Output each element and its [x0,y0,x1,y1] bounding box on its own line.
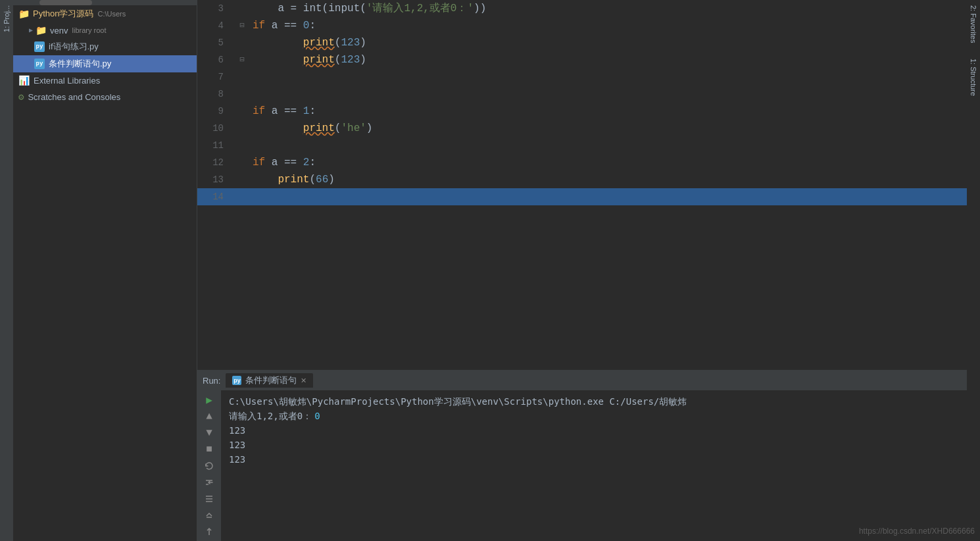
run-up-btn[interactable]: ▲ [200,409,218,423]
output-result-3: 123 [229,452,959,467]
line-num-10: 10 [197,120,237,137]
watermark: https://blog.csdn.net/XHD666666 [859,527,975,536]
code-line-6[interactable]: 6⊟ print(123) [197,51,967,68]
run-down-btn[interactable]: ▼ [200,426,218,440]
ext-lib-label: External Libraries [34,76,100,86]
sidebar-item-ext-lib[interactable]: 📊 External Libraries [13,72,197,89]
code-line-7[interactable]: 7 [197,68,967,86]
line-num-8: 8 [197,86,237,103]
run-scroll-top-btn[interactable] [200,508,218,522]
code-line-4[interactable]: 4⊟if a == 0: [197,17,967,34]
scratches-label: Scratches and Consoles [28,92,120,102]
code-line-9[interactable]: 9if a == 1: [197,103,967,120]
cond-file-label: 条件判断语句.py [49,58,111,70]
sidebar-item-if-file[interactable]: py if语句练习.py [13,38,197,55]
run-stop-btn[interactable]: ■ [200,442,218,456]
run-panel: Run: py 条件判断语句 ✕ ▶ ▲ ▼ ■ [197,370,967,541]
if-file-label: if语句练习.py [49,41,99,53]
arrow-right-icon: ▶ [29,26,33,34]
run-content: ▶ ▲ ▼ ■ [197,390,967,541]
code-line-3[interactable]: 3 a = int(input('请输入1,2,或者0：')) [197,0,967,17]
scratch-icon: ⚙ [18,91,24,103]
code-lines: 3 a = int(input('请输入1,2,或者0：'))4⊟if a ==… [197,0,967,370]
line-num-3: 3 [197,0,237,17]
output-cmd-line: C:\Users\胡敏炜\PycharmProjects\Python学习源码\… [229,394,959,409]
run-pin-btn[interactable] [200,525,218,538]
output-prompt-line: 请输入1,2,或者0： 0 [229,409,959,423]
code-editor[interactable]: 3 a = int(input('请输入1,2,或者0：'))4⊟if a ==… [197,0,967,370]
left-side-panel: 1: Proj... [0,0,13,541]
run-output[interactable]: C:\Users\胡敏炜\PycharmProjects\Python学习源码\… [221,390,967,541]
venv-sublabel: library root [72,26,107,34]
code-content-4: if a == 0: [247,17,967,34]
right-side-panel: 2: Favorites 1: Structure [967,0,980,541]
code-line-14[interactable]: 14 [197,188,967,205]
tab-py-icon: py [232,376,241,385]
run-tab-cond[interactable]: py 条件判断语句 ✕ [226,373,313,388]
folder-icon: 📁 [18,9,29,19]
line-num-4: 4 [197,17,237,34]
venv-folder-icon: 📁 [36,25,46,36]
code-content-10: print('he') [247,120,967,137]
run-play-btn[interactable]: ▶ [200,393,218,407]
project-root-path: C:\Users [97,10,126,18]
structure-tab[interactable]: 1: Structure [967,53,980,101]
sidebar-item-project-root[interactable]: 📁 Python学习源码 C:\Users [13,5,197,22]
line-num-9: 9 [197,103,237,120]
run-label: Run: [203,376,220,386]
line-num-14: 14 [197,188,237,205]
run-menu-btn[interactable] [200,492,218,505]
chart-icon: 📊 [18,75,30,86]
sidebar-scrollbar[interactable] [13,0,197,5]
line-num-5: 5 [197,34,237,51]
code-content-12: if a == 2: [247,154,967,171]
line-num-7: 7 [197,68,237,86]
run-toolbar: ▶ ▲ ▼ ■ [197,390,221,541]
code-line-5[interactable]: 5 print(123) [197,34,967,51]
fold-gutter-6: ⊟ [237,51,247,68]
output-user-input: 0 [314,409,320,423]
run-rerun-btn[interactable] [200,459,218,473]
venv-label: venv [50,26,68,36]
favorites-tab[interactable]: 2: Favorites [967,0,980,48]
code-line-11[interactable]: 11 [197,137,967,154]
project-root-label: Python学习源码 [33,8,93,20]
py-icon-cond: py [34,59,45,69]
run-wrap-btn[interactable] [200,475,218,489]
run-tabs-bar: Run: py 条件判断语句 ✕ [197,371,967,390]
code-content-9: if a == 1: [247,103,967,120]
line-num-6: 6 [197,51,237,68]
project-tab-label[interactable]: 1: Proj... [1,0,12,38]
run-tab-name: 条件判断语句 [245,374,297,386]
output-result-1: 123 [229,423,959,438]
output-prompt-text: 请输入1,2,或者0： [229,409,312,423]
line-num-13: 13 [197,171,237,188]
sidebar-item-cond-file[interactable]: py 条件判断语句.py [13,55,197,72]
fold-gutter-4: ⊟ [237,17,247,34]
line-num-11: 11 [197,137,237,154]
code-line-10[interactable]: 10 print('he') [197,120,967,137]
code-content-6: print(123) [247,51,967,68]
sidebar-item-venv[interactable]: ▶ 📁 venv library root [13,22,197,38]
py-icon-if: py [34,41,45,52]
tab-close-btn[interactable]: ✕ [301,376,306,385]
line-num-12: 12 [197,154,237,171]
code-content-13: print(66) [247,171,967,188]
code-line-8[interactable]: 8 [197,86,967,103]
sidebar-item-scratches[interactable]: ⚙ Scratches and Consoles [13,89,197,105]
output-result-2: 123 [229,438,959,452]
sidebar: 📁 Python学习源码 C:\Users ▶ 📁 venv library r… [13,0,197,541]
code-content-5: print(123) [247,34,967,51]
code-line-12[interactable]: 12if a == 2: [197,154,967,171]
code-line-13[interactable]: 13 print(66) [197,171,967,188]
code-content-3: a = int(input('请输入1,2,或者0：')) [247,0,967,17]
